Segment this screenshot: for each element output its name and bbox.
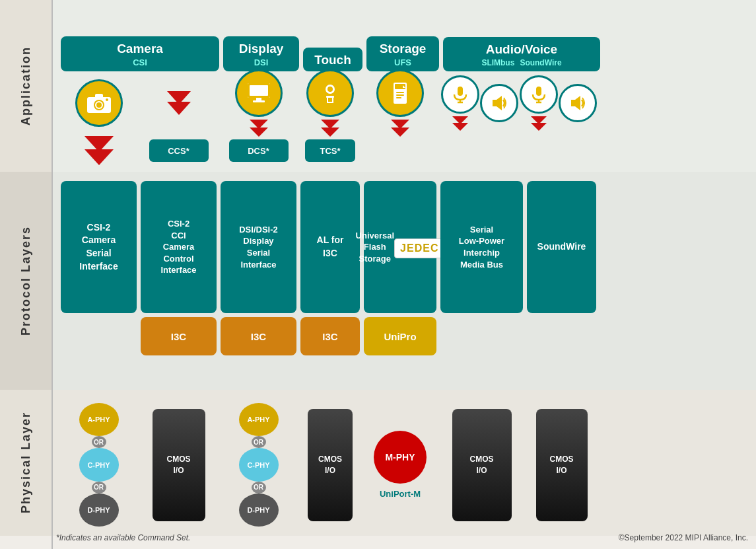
sidebar-physical: Physical Layer [0,390,52,536]
protocol-label: Protocol Layers [19,226,33,336]
dsi-label: DSI/DSI-2DisplaySerialInterface [221,181,296,313]
camera-subtitle: CSI [65,57,215,67]
display-i3c-text: I3C [251,331,266,342]
display-aphy-bubble: A-PHY [239,403,279,436]
display-i3c-label: I3C [221,317,296,355]
touch-i3c-block: I3C [300,317,360,355]
svg-rect-18 [396,92,404,93]
svg-point-14 [327,87,333,92]
csi2-cci-block: CSI-2CCICameraControlInterface [141,181,217,313]
csi-sub-spacer [61,317,137,355]
ccs-box: CCS* [149,139,209,162]
touch-icon [306,69,354,117]
speaker-icon-2 [559,84,597,122]
uniport-text: UniPort-M [380,489,421,499]
sidebar-protocol: Protocol Layers [0,172,52,390]
sidebar: Application Protocol Layers Physical Lay… [0,0,53,549]
soundwire-arrows-1 [531,116,547,131]
display-i3c-block: I3C [221,317,296,355]
protocol-main-row: CSI-2CameraSerialInterface CSI-2CCICamer… [61,181,749,313]
al-i3c-label: AL forI3C [300,181,360,313]
dcs-header-col: DCS* [221,132,296,169]
soundwire-proto-label: SoundWire [527,181,596,313]
protocol-section: CSI-2CameraSerialInterface CSI-2CCICamer… [61,178,749,396]
svg-rect-8 [250,85,268,96]
display-icon-col [221,69,296,137]
storage-header: Storage UFS [366,36,439,71]
soundwire-group1 [520,75,558,131]
display-phy-col: A-PHY OR C-PHY OR D-PHY [221,400,296,529]
jedec-badge: JEDEC [394,238,444,258]
svg-marker-28 [571,96,580,110]
camera-main-arrows [85,136,114,165]
touch-i3c-text: I3C [322,331,337,342]
audio-title: Audio/Voice [486,42,557,57]
soundwire-sub-spacer [527,317,596,355]
display-dphy-bubble: D-PHY [239,494,279,527]
audio-header-group: Audio/Voice SLIMbus SoundWire [443,37,600,71]
dcs-label: DCS* [248,146,269,156]
svg-rect-9 [256,98,261,100]
camera-ccs-arrow-col [141,91,217,115]
al-i3c-block: AL forI3C [300,181,360,313]
camera-i3c-label: I3C [141,317,217,355]
subheader-row: CCS* DCS* TCS* [61,132,749,169]
touch-header: Touch [303,48,362,71]
mic-icon-1 [441,75,479,114]
soundwire-cmos-col: CMOSI/O [527,400,596,529]
tcs-box: TCS* [305,139,355,162]
touch-cmos-col: CMOSI/O [300,400,360,529]
display-icon [235,69,283,117]
camera-dphy-text: D-PHY [87,506,110,514]
camera-aphy-text: A-PHY [87,416,110,423]
camera-i3c-block: I3C [141,317,217,355]
physical-main-row: A-PHY OR C-PHY OR D-PHY CMOSI/O [61,400,749,529]
camera-header-group: Camera CSI [61,36,219,71]
ufs-label: UniversalFlashStorage JEDEC [364,181,436,313]
audio-subtitle2: SoundWire [520,58,561,67]
mphy-bubble: M-PHY [374,431,427,484]
svg-rect-25 [536,87,541,96]
slimbus-proto-block: SerialLow-PowerInterchipMedia Bus [440,181,523,313]
camera-phy-col: A-PHY OR C-PHY OR D-PHY [61,400,137,529]
display-title: Display [227,42,295,56]
display-dphy-text: D-PHY [247,506,269,514]
touch-icon-col [300,69,360,137]
slimbus-sub-spacer [440,317,523,355]
camera-arrow-2 [167,102,191,115]
camera-icon-col [61,79,137,127]
jedec-text: JEDEC [400,242,438,254]
camera-cmos-label: CMOSI/O [153,409,205,521]
unipro-block: UniPro [364,317,436,355]
speaker-icon-1 [480,84,518,122]
touch-title: Touch [307,53,359,67]
display-aphy-text: A-PHY [247,416,269,423]
application-label: Application [19,46,33,126]
camera-cphy-text: C-PHY [87,461,110,469]
storage-title: Storage [370,42,435,56]
csi2-label: CSI-2CameraSerialInterface [61,181,137,313]
ufs-block: UniversalFlashStorage JEDEC [364,181,436,313]
mphy-text: M-PHY [385,452,415,462]
icons-row [61,74,749,132]
unipro-text: UniPro [384,331,416,342]
touch-cmos-label: CMOSI/O [308,409,353,521]
audio-arrow-2 [452,123,468,131]
camera-i3c-text: I3C [171,331,186,342]
main-diagram: Application Protocol Layers Physical Lay… [0,0,756,549]
svg-rect-21 [458,87,463,96]
storage-icon-col [364,69,436,137]
ccs-header-col: CCS* [141,132,217,169]
display-subtitle: DSI [227,57,295,67]
slimbus-cmos-col: CMOSI/O [440,400,523,529]
svg-rect-4 [95,94,103,98]
slimbus-group2 [480,84,518,122]
uniport-label: UniPort-M [380,489,421,499]
camera-dphy-bubble: D-PHY [79,494,119,527]
sidebar-application: Application [0,0,52,172]
camera-title: Camera [65,42,215,56]
physical-label: Physical Layer [19,412,33,513]
csi2-cci-label: CSI-2CCICameraControlInterface [141,181,217,313]
csi2-block: CSI-2CameraSerialInterface [61,181,137,313]
camera-or-1: OR [92,436,106,448]
